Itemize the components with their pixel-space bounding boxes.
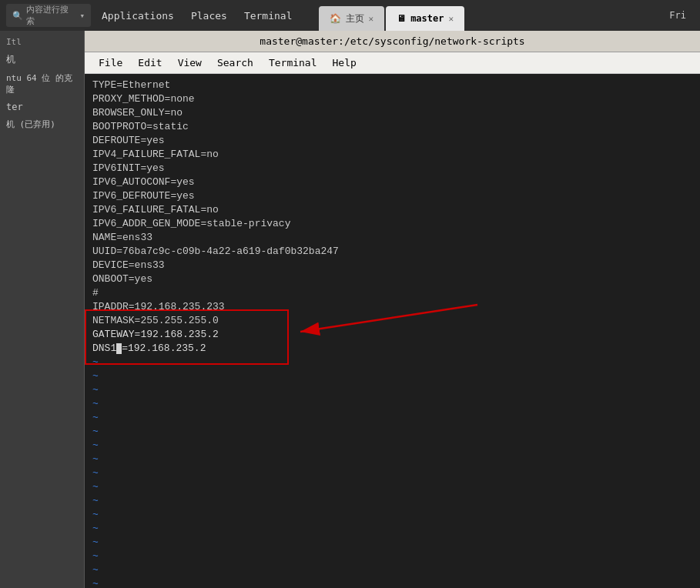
terminal-line: DEFROUTE=yes (92, 134, 692, 148)
taskbar: 🔍 内容进行搜索 ▾ Applications Places Terminal … (0, 0, 700, 31)
menu-help[interactable]: Help (325, 55, 364, 70)
menu-view[interactable]: View (170, 55, 209, 70)
sidebar-item-itl[interactable]: Itl (0, 34, 84, 50)
tab-master-close[interactable]: ✕ (449, 14, 454, 24)
taskbar-nav: Applications Places Terminal (94, 7, 300, 25)
terminal-line: PROXY_METHOD=none (92, 92, 692, 106)
search-dropdown-icon[interactable]: ▾ (79, 11, 85, 21)
terminal-line: ~ (92, 577, 692, 588)
sidebar-item-clone[interactable]: ntu 64 位 的克隆 (0, 69, 84, 99)
terminal-line: NETMASK=255.255.255.0 (92, 314, 692, 328)
tab-home-close[interactable]: ✕ (369, 14, 374, 24)
sidebar: Itl 机 ntu 64 位 的克隆 ter 机 (已弃用) (0, 31, 85, 588)
tab-master-label: master (410, 13, 444, 24)
tab-master-icon: 🖥 (397, 13, 406, 24)
terminal-line: ~ (92, 466, 692, 480)
nav-places[interactable]: Places (183, 7, 235, 25)
search-box[interactable]: 🔍 内容进行搜索 ▾ (6, 4, 91, 27)
terminal-line: ~ (92, 480, 692, 494)
main-layout: Itl 机 ntu 64 位 的克隆 ter 机 (已弃用) master@ma… (0, 31, 700, 588)
terminal-line: ~ (92, 356, 692, 369)
terminal-line: IPV6INIT=yes (92, 162, 692, 175)
terminal-line: BROWSER_ONLY=no (92, 106, 692, 120)
tab-home[interactable]: 🏠 主页 ✕ (319, 6, 385, 31)
sidebar-item-ter[interactable]: ter (0, 99, 84, 115)
terminal-line: BOOTPROTO=static (92, 120, 692, 134)
menu-search[interactable]: Search (209, 55, 261, 70)
terminal-line: IPV6_DEFROUTE=yes (92, 189, 692, 203)
terminal-line: ~ (92, 369, 692, 383)
menu-edit[interactable]: Edit (130, 55, 169, 70)
terminal-line: ~ (92, 494, 692, 508)
terminal-line: UUID=76ba7c9c-c09b-4a22-a619-daf0b32ba24… (92, 245, 692, 259)
terminal-line: DEVICE=ens33 (92, 259, 692, 272)
sidebar-item-deprecated[interactable]: 机 (已弃用) (0, 115, 84, 133)
terminal-line: ~ (92, 550, 692, 563)
search-placeholder: 内容进行搜索 (26, 4, 76, 27)
cursor (116, 343, 122, 354)
terminal-line: ~ (92, 425, 692, 439)
terminal-line: ~ (92, 453, 692, 466)
terminal-title: master@master:/etc/sysconfig/network-scr… (260, 35, 524, 47)
terminal-line: ~ (92, 411, 692, 425)
tab-master[interactable]: 🖥 master ✕ (386, 6, 464, 31)
tab-home-icon: 🏠 (330, 13, 341, 24)
terminal-line: IPADDR=192.168.235.233 (92, 300, 692, 314)
terminal-line: ~ (92, 522, 692, 536)
tab-home-label: 主页 (346, 12, 364, 25)
menu-bar: File Edit View Search Terminal Help (85, 52, 700, 74)
terminal-line: TYPE=Ethernet (92, 79, 692, 92)
terminal-line: ~ (92, 397, 692, 411)
tab-bar: 🏠 主页 ✕ 🖥 master ✕ (319, 0, 467, 31)
terminal-line: IPV6_AUTOCONF=yes (92, 175, 692, 189)
terminal-window: master@master:/etc/sysconfig/network-scr… (85, 31, 700, 588)
terminal-line: ONBOOT=yes (92, 272, 692, 286)
terminal-line: IPV6_ADDR_GEN_MODE=stable-privacy (92, 217, 692, 231)
terminal-line: ~ (92, 439, 692, 453)
terminal-line: ~ (92, 383, 692, 397)
terminal-line: GATEWAY=192.168.235.2 (92, 328, 692, 342)
menu-file[interactable]: File (91, 55, 130, 70)
nav-applications[interactable]: Applications (94, 7, 182, 25)
terminal-line: ~ (92, 563, 692, 577)
terminal-line: # (92, 286, 692, 300)
terminal-line: IPV6_FAILURE_FATAL=no (92, 203, 692, 217)
terminal-line: ~ (92, 536, 692, 550)
search-icon: 🔍 (12, 11, 23, 21)
taskbar-right-label: Fri (669, 10, 694, 21)
sidebar-item-machine[interactable]: 机 (0, 50, 84, 69)
terminal-title-bar: master@master:/etc/sysconfig/network-scr… (85, 31, 700, 52)
terminal-line: NAME=ens33 (92, 231, 692, 245)
nav-terminal[interactable]: Terminal (236, 7, 300, 25)
menu-terminal[interactable]: Terminal (261, 55, 325, 70)
terminal-line: DNS1=192.168.235.2 (92, 342, 692, 356)
terminal-line: ~ (92, 508, 692, 522)
terminal-content[interactable]: TYPE=EthernetPROXY_METHOD=noneBROWSER_ON… (85, 74, 700, 588)
terminal-line: IPV4_FAILURE_FATAL=no (92, 148, 692, 162)
